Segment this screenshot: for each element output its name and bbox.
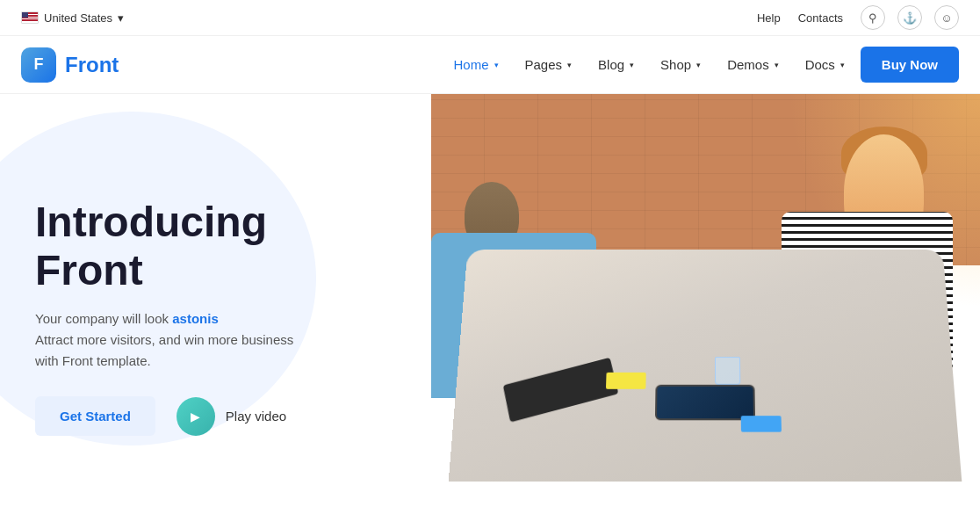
contacts-link[interactable]: Contacts bbox=[798, 11, 843, 25]
country-dropdown-arrow: ▾ bbox=[118, 11, 124, 25]
nav-links: Home▾ Pages▾ Blog▾ Shop▾ Demos▾ Docs▾ Bu… bbox=[443, 47, 959, 83]
play-video-button[interactable]: ▶ Play video bbox=[177, 397, 286, 436]
buy-now-button[interactable]: Buy Now bbox=[861, 47, 959, 83]
get-started-button[interactable]: Get Started bbox=[35, 396, 155, 436]
notebook bbox=[503, 358, 618, 423]
play-icon: ▶ bbox=[177, 397, 215, 436]
main-nav: F Front Home▾ Pages▾ Blog▾ Shop▾ Demos▾ … bbox=[0, 36, 980, 94]
nav-home[interactable]: Home▾ bbox=[443, 52, 508, 77]
nav-shop[interactable]: Shop▾ bbox=[650, 52, 711, 77]
user-icon[interactable]: ☺ bbox=[934, 5, 959, 30]
hero-image bbox=[431, 94, 980, 507]
logo[interactable]: F Front bbox=[21, 47, 119, 83]
hero-actions: Get Started ▶ Play video bbox=[35, 396, 455, 436]
help-link[interactable]: Help bbox=[757, 11, 781, 25]
search-icon[interactable]: ⚲ bbox=[861, 5, 885, 30]
us-flag-icon bbox=[21, 11, 39, 24]
hero-title: Introducing Front bbox=[35, 198, 455, 294]
nav-blog[interactable]: Blog▾ bbox=[587, 52, 645, 77]
hero-section: Introducing Front Your company will look… bbox=[0, 94, 980, 507]
nav-pages[interactable]: Pages▾ bbox=[515, 52, 583, 77]
logo-text: Front bbox=[65, 53, 119, 77]
highlight-link[interactable]: astonis bbox=[172, 311, 219, 326]
nav-docs[interactable]: Docs▾ bbox=[795, 52, 855, 77]
play-video-label: Play video bbox=[226, 409, 286, 424]
table-surface bbox=[449, 250, 962, 482]
sticky-note-blue bbox=[741, 416, 782, 432]
nav-demos[interactable]: Demos▾ bbox=[717, 52, 789, 77]
hero-left: Introducing Front Your company will look… bbox=[0, 94, 490, 507]
top-bar: United States ▾ Help Contacts ⚲ ⚓ ☺ bbox=[0, 0, 980, 36]
hero-subtitle: Your company will look astonis Attract m… bbox=[35, 308, 369, 372]
sticky-note-yellow bbox=[606, 373, 646, 390]
office-scene bbox=[431, 94, 980, 507]
country-selector[interactable]: United States ▾ bbox=[21, 11, 124, 25]
cart-icon[interactable]: ⚓ bbox=[897, 5, 922, 30]
hero-content: Introducing Front Your company will look… bbox=[35, 198, 455, 436]
logo-icon: F bbox=[21, 47, 56, 83]
country-label: United States bbox=[44, 11, 112, 25]
top-bar-icons: ⚲ ⚓ ☺ bbox=[861, 5, 959, 30]
glass bbox=[716, 357, 740, 385]
top-bar-right: Help Contacts ⚲ ⚓ ☺ bbox=[757, 5, 959, 30]
